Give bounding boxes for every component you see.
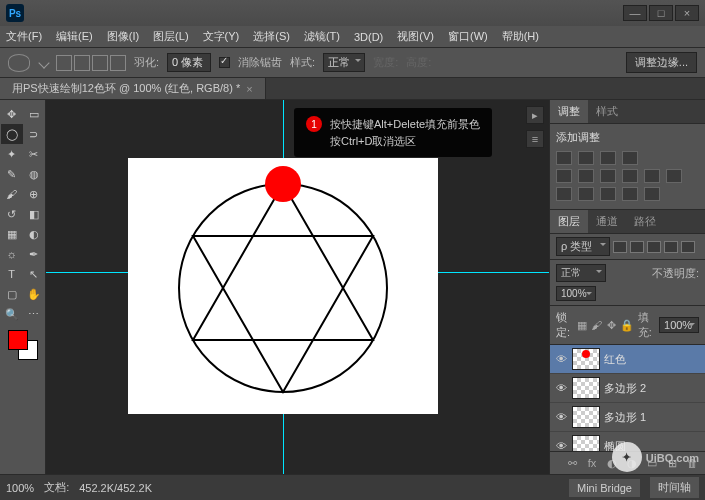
layer-name[interactable]: 多边形 2 — [604, 381, 701, 396]
levels-icon[interactable] — [578, 151, 594, 165]
selection-mode-icons[interactable] — [56, 55, 126, 71]
close-button[interactable]: × — [675, 5, 699, 21]
threshold-icon[interactable] — [600, 187, 616, 201]
layer-thumb[interactable] — [572, 348, 600, 370]
filter-shape-icon[interactable] — [664, 241, 678, 253]
layer-thumb[interactable] — [572, 435, 600, 451]
menu-window[interactable]: 窗口(W) — [448, 29, 488, 44]
invert-icon[interactable] — [556, 187, 572, 201]
layer-name[interactable]: 红色 — [604, 352, 701, 367]
menu-help[interactable]: 帮助(H) — [502, 29, 539, 44]
edit-toolbar[interactable]: ⋯ — [23, 304, 45, 324]
mixer-icon[interactable] — [666, 169, 682, 183]
gradient-map-icon[interactable] — [622, 187, 638, 201]
maximize-button[interactable]: □ — [649, 5, 673, 21]
move-tool[interactable]: ✥ — [1, 104, 23, 124]
vibrance-icon[interactable] — [556, 169, 572, 183]
feather-input[interactable]: 0 像素 — [167, 53, 211, 72]
document-tab[interactable]: 用PS快速绘制12色环 @ 100% (红色, RGB/8) * × — [0, 78, 266, 99]
opacity-input[interactable]: 100% — [556, 286, 596, 301]
menu-file[interactable]: 文件(F) — [6, 29, 42, 44]
antialias-checkbox[interactable] — [219, 57, 230, 68]
tab-adjustments[interactable]: 调整 — [550, 100, 588, 123]
timeline-tab[interactable]: 时间轴 — [650, 477, 699, 498]
layer-thumb[interactable] — [572, 406, 600, 428]
lock-all-icon[interactable]: 🔒 — [620, 318, 634, 332]
tool-preset-icon[interactable] — [8, 54, 30, 72]
layer-row[interactable]: 👁 多边形 1 — [550, 403, 705, 432]
layer-thumb[interactable] — [572, 377, 600, 399]
minimize-button[interactable]: — — [623, 5, 647, 21]
path-tool[interactable]: ↖ — [23, 264, 45, 284]
style-select[interactable]: 正常 — [323, 53, 365, 72]
properties-panel-icon[interactable]: ≡ — [526, 130, 544, 148]
zoom-value[interactable]: 100% — [6, 482, 34, 494]
filter-pixel-icon[interactable] — [613, 241, 627, 253]
crop-tool[interactable]: ✂ — [23, 144, 45, 164]
tab-channels[interactable]: 通道 — [588, 210, 626, 233]
brush-tool[interactable]: 🖌 — [1, 184, 23, 204]
hue-icon[interactable] — [578, 169, 594, 183]
pen-tool[interactable]: ✒ — [23, 244, 45, 264]
photo-filter-icon[interactable] — [644, 169, 660, 183]
menu-layer[interactable]: 图层(L) — [153, 29, 188, 44]
balance-icon[interactable] — [600, 169, 616, 183]
fx-icon[interactable]: fx — [585, 456, 599, 470]
wand-tool[interactable]: ✦ — [1, 144, 23, 164]
lock-pixels-icon[interactable]: 🖌 — [591, 318, 602, 332]
selective-icon[interactable] — [644, 187, 660, 201]
history-brush-tool[interactable]: ↺ — [1, 204, 23, 224]
shape-tool[interactable]: ▢ — [1, 284, 23, 304]
visibility-icon[interactable]: 👁 — [554, 410, 568, 424]
foreground-color[interactable] — [8, 330, 28, 350]
hand-tool[interactable]: ✋ — [23, 284, 45, 304]
layer-row[interactable]: 👁 多边形 2 — [550, 374, 705, 403]
filter-type-icon[interactable] — [647, 241, 661, 253]
heal-tool[interactable]: ◍ — [23, 164, 45, 184]
blend-mode-select[interactable]: 正常 — [556, 264, 606, 282]
layer-row[interactable]: 👁 红色 — [550, 345, 705, 374]
menu-type[interactable]: 文字(Y) — [203, 29, 240, 44]
marquee-tool[interactable]: ◯ — [1, 124, 23, 144]
visibility-icon[interactable]: 👁 — [554, 381, 568, 395]
curves-icon[interactable] — [600, 151, 616, 165]
canvas[interactable] — [128, 158, 438, 414]
menu-filter[interactable]: 滤镜(T) — [304, 29, 340, 44]
close-tab-icon[interactable]: × — [246, 83, 252, 95]
lock-transparent-icon[interactable]: ▦ — [577, 318, 587, 332]
color-swatches[interactable] — [8, 330, 38, 360]
minibridge-tab[interactable]: Mini Bridge — [569, 479, 640, 497]
history-panel-icon[interactable]: ▸ — [526, 106, 544, 124]
exposure-icon[interactable] — [622, 151, 638, 165]
menu-3d[interactable]: 3D(D) — [354, 31, 383, 43]
menu-view[interactable]: 视图(V) — [397, 29, 434, 44]
eraser-tool[interactable]: ◧ — [23, 204, 45, 224]
filter-type-select[interactable]: ρ 类型 — [556, 237, 610, 256]
menu-image[interactable]: 图像(I) — [107, 29, 139, 44]
link-layers-icon[interactable]: ⚯ — [565, 456, 579, 470]
visibility-icon[interactable]: 👁 — [554, 439, 568, 451]
zoom-tool[interactable]: 🔍 — [1, 304, 23, 324]
filter-smart-icon[interactable] — [681, 241, 695, 253]
tab-layers[interactable]: 图层 — [550, 210, 588, 233]
fill-input[interactable]: 100% — [659, 317, 699, 333]
refine-edge-button[interactable]: 调整边缘... — [626, 52, 697, 73]
blur-tool[interactable]: ◐ — [23, 224, 45, 244]
filter-adjust-icon[interactable] — [630, 241, 644, 253]
menu-select[interactable]: 选择(S) — [253, 29, 290, 44]
visibility-icon[interactable]: 👁 — [554, 352, 568, 366]
posterize-icon[interactable] — [578, 187, 594, 201]
bw-icon[interactable] — [622, 169, 638, 183]
menu-edit[interactable]: 编辑(E) — [56, 29, 93, 44]
gradient-tool[interactable]: ▦ — [1, 224, 23, 244]
eyedropper-tool[interactable]: ✎ — [1, 164, 23, 184]
layer-name[interactable]: 多边形 1 — [604, 410, 701, 425]
docsize-value[interactable]: 452.2K/452.2K — [79, 482, 152, 494]
chevron-down-icon[interactable] — [38, 57, 49, 68]
tab-styles[interactable]: 样式 — [588, 100, 626, 123]
tab-paths[interactable]: 路径 — [626, 210, 664, 233]
lock-position-icon[interactable]: ✥ — [606, 318, 616, 332]
type-tool[interactable]: T — [1, 264, 23, 284]
artboard-tool[interactable]: ▭ — [23, 104, 45, 124]
stamp-tool[interactable]: ⊕ — [23, 184, 45, 204]
